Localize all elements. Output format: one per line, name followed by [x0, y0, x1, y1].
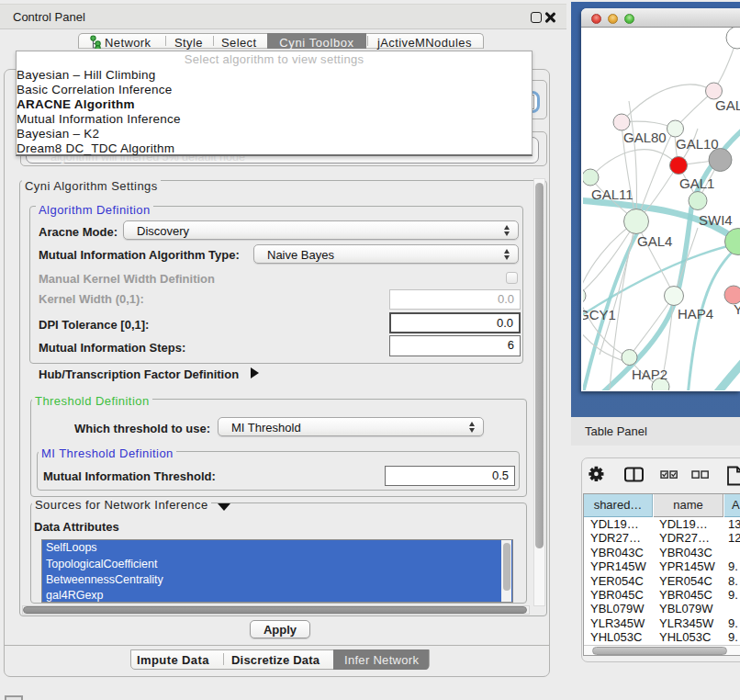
svg-text:GAL11: GAL11 [591, 186, 633, 202]
svg-text:GAL4: GAL4 [637, 233, 672, 249]
svg-text:GCY1: GCY1 [583, 307, 616, 322]
svg-text:SWI4: SWI4 [699, 212, 733, 228]
svg-text:Y: Y [734, 301, 740, 317]
svg-text:GAL80: GAL80 [623, 130, 667, 145]
svg-text:HAP2: HAP2 [632, 367, 667, 382]
svg-text:HAP4: HAP4 [678, 306, 713, 322]
svg-text:GAL7: GAL7 [715, 97, 740, 113]
svg-text:GAL10: GAL10 [676, 136, 719, 152]
svg-text:GAL1: GAL1 [679, 175, 714, 191]
